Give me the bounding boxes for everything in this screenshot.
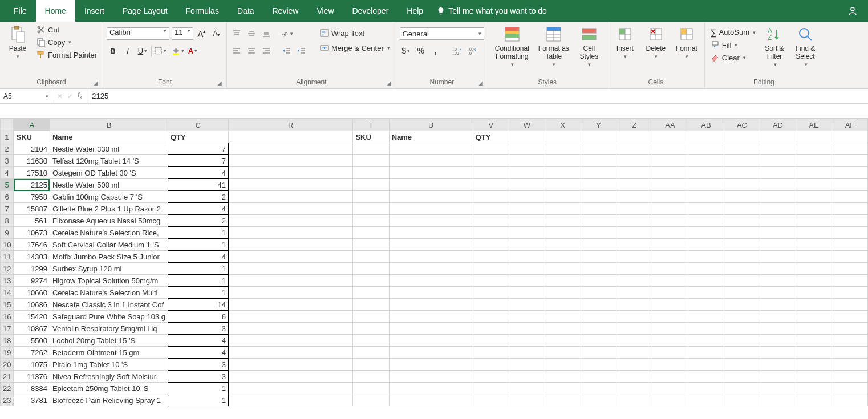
- col-header-Z[interactable]: Z: [616, 119, 652, 131]
- cell-V20[interactable]: [473, 359, 509, 371]
- cell-Z20[interactable]: [616, 359, 652, 371]
- tab-formulas[interactable]: Formulas: [177, 0, 228, 22]
- cell-AE8[interactable]: [796, 215, 832, 227]
- cell-AC5[interactable]: [724, 179, 760, 191]
- cell-AD16[interactable]: [760, 311, 796, 323]
- cell-AE6[interactable]: [796, 191, 832, 203]
- row-header-16[interactable]: 16: [1, 311, 14, 323]
- cell-Z15[interactable]: [616, 299, 652, 311]
- cell-T21[interactable]: [353, 371, 389, 383]
- cell-V12[interactable]: [473, 263, 509, 275]
- row-header-11[interactable]: 11: [1, 251, 14, 263]
- cell-W5[interactable]: [509, 179, 545, 191]
- cell-C2[interactable]: 7: [168, 143, 228, 155]
- cell-C12[interactable]: 1: [168, 263, 228, 275]
- cell-AA1[interactable]: [652, 131, 688, 143]
- cell-styles-button[interactable]: CellStyles: [575, 24, 603, 68]
- paste-button[interactable]: Paste ▾: [3, 24, 32, 60]
- cell-AB12[interactable]: [688, 263, 724, 275]
- cell-R9[interactable]: [229, 227, 353, 239]
- cell-AF15[interactable]: [832, 299, 867, 311]
- cell-AA18[interactable]: [652, 335, 688, 347]
- cell-U2[interactable]: [389, 143, 473, 155]
- tab-review[interactable]: Review: [263, 0, 308, 22]
- cell-A14[interactable]: 10660: [14, 287, 50, 299]
- cell-Z6[interactable]: [616, 191, 652, 203]
- cell-AA8[interactable]: [652, 215, 688, 227]
- cell-AD5[interactable]: [760, 179, 796, 191]
- orientation-button[interactable]: ab: [281, 27, 293, 40]
- cell-C3[interactable]: 7: [168, 155, 228, 167]
- comma-button[interactable]: ,: [429, 44, 442, 57]
- cell-AA3[interactable]: [652, 155, 688, 167]
- cell-AC1[interactable]: [724, 131, 760, 143]
- cell-Z7[interactable]: [616, 203, 652, 215]
- cell-AC19[interactable]: [724, 347, 760, 359]
- cell-A19[interactable]: 7262: [14, 347, 50, 359]
- cell-R1[interactable]: [229, 131, 353, 143]
- cell-Z9[interactable]: [616, 227, 652, 239]
- cell-W9[interactable]: [509, 227, 545, 239]
- cell-AE4[interactable]: [796, 167, 832, 179]
- cell-W23[interactable]: [509, 394, 545, 406]
- cell-AB20[interactable]: [688, 359, 724, 371]
- cell-Z4[interactable]: [616, 167, 652, 179]
- row-header-12[interactable]: 12: [1, 263, 14, 275]
- cell-AF16[interactable]: [832, 311, 867, 323]
- cell-A21[interactable]: 11376: [14, 371, 50, 383]
- cell-C4[interactable]: 4: [168, 167, 228, 179]
- cell-R5[interactable]: [229, 179, 353, 191]
- col-header-AC[interactable]: AC: [724, 119, 760, 131]
- cell-AE10[interactable]: [796, 239, 832, 251]
- font-name-select[interactable]: Calibri▾: [107, 27, 169, 40]
- cell-W10[interactable]: [509, 239, 545, 251]
- cell-C16[interactable]: 6: [168, 311, 228, 323]
- row-header-19[interactable]: 19: [1, 347, 14, 359]
- tab-page-layout[interactable]: Page Layout: [113, 0, 177, 22]
- cut-button[interactable]: Cut: [34, 24, 99, 35]
- cell-V4[interactable]: [473, 167, 509, 179]
- delete-cells-button[interactable]: Delete: [642, 24, 670, 60]
- cell-B18[interactable]: Lochol 20mg Tablet 15 'S: [50, 335, 168, 347]
- align-left-button[interactable]: [230, 44, 243, 57]
- cell-B15[interactable]: Nescafe Classic 3 in 1 Instant Cof: [50, 299, 168, 311]
- cell-C5[interactable]: 41: [168, 179, 228, 191]
- cell-AB8[interactable]: [688, 215, 724, 227]
- cell-AC8[interactable]: [724, 215, 760, 227]
- align-bottom-button[interactable]: [260, 27, 273, 40]
- cell-Z11[interactable]: [616, 251, 652, 263]
- cell-C17[interactable]: 3: [168, 323, 228, 335]
- cell-R12[interactable]: [229, 263, 353, 275]
- cell-AA10[interactable]: [652, 239, 688, 251]
- cell-R7[interactable]: [229, 203, 353, 215]
- clipboard-launcher[interactable]: ◢: [94, 80, 98, 86]
- cell-AF22[interactable]: [832, 383, 867, 394]
- decrease-decimal-button[interactable]: .00.0: [466, 44, 478, 57]
- cell-Z2[interactable]: [616, 143, 652, 155]
- cell-Y4[interactable]: [581, 167, 616, 179]
- cell-R18[interactable]: [229, 335, 353, 347]
- cell-R14[interactable]: [229, 287, 353, 299]
- cell-Z23[interactable]: [616, 394, 652, 406]
- row-header-4[interactable]: 4: [1, 167, 14, 179]
- cell-AC20[interactable]: [724, 359, 760, 371]
- cell-C7[interactable]: 4: [168, 203, 228, 215]
- cell-AC9[interactable]: [724, 227, 760, 239]
- cell-X4[interactable]: [545, 167, 581, 179]
- alignment-launcher[interactable]: ◢: [387, 80, 391, 86]
- cell-U10[interactable]: [389, 239, 473, 251]
- enter-formula-icon[interactable]: ✓: [67, 92, 73, 100]
- cell-A12[interactable]: 1299: [14, 263, 50, 275]
- format-painter-button[interactable]: Format Painter: [34, 49, 99, 60]
- cell-Z21[interactable]: [616, 371, 652, 383]
- cell-AE1[interactable]: [796, 131, 832, 143]
- tell-me-search[interactable]: Tell me what you want to do: [437, 0, 547, 22]
- cell-B21[interactable]: Nivea Refreshingly Soft Moisturi: [50, 371, 168, 383]
- cell-V14[interactable]: [473, 287, 509, 299]
- cell-V22[interactable]: [473, 383, 509, 394]
- cell-R6[interactable]: [229, 191, 353, 203]
- number-format-select[interactable]: General▾: [400, 27, 484, 40]
- cell-AF14[interactable]: [832, 287, 867, 299]
- cell-AF10[interactable]: [832, 239, 867, 251]
- tab-help[interactable]: Help: [398, 0, 432, 22]
